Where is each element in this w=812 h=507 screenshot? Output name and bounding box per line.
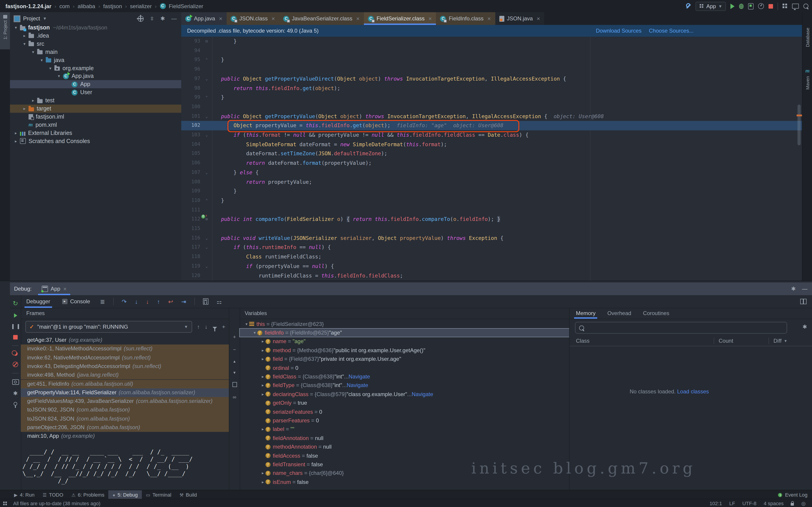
memory-search-input[interactable] <box>575 322 787 334</box>
mute-breakpoints-icon[interactable] <box>13 362 18 367</box>
breadcrumb-item[interactable]: serializer <box>130 3 152 9</box>
chevron-down-icon[interactable]: ▾ <box>22 42 27 46</box>
step-out-icon[interactable]: ↑ <box>157 298 160 305</box>
chevron-right-icon[interactable]: ▸ <box>31 98 35 103</box>
chevron-right-icon[interactable]: ▸ <box>260 374 265 379</box>
soft-wrap-icon[interactable]: ≣ <box>100 298 105 305</box>
tree-item-java[interactable]: ▾java <box>10 56 181 64</box>
debug-session-tab[interactable]: App ✕ <box>38 282 70 295</box>
choose-sources-link[interactable]: Choose Sources... <box>649 27 694 34</box>
frame-row[interactable]: invoke:62, NativeMethodAccessorImpl(sun.… <box>21 353 229 362</box>
breadcrumb-item[interactable]: FieldSerializer <box>169 3 203 9</box>
frame-down-icon[interactable]: ↓ <box>205 324 208 330</box>
toolwindow-button-todo[interactable]: ☰TODO <box>39 490 67 499</box>
search-everywhere-icon[interactable] <box>803 4 808 9</box>
sidebar-item-database[interactable]: Database <box>803 25 812 66</box>
status-indicator-lf[interactable]: LF <box>729 501 735 506</box>
tree-item-target[interactable]: ▸target <box>10 105 181 113</box>
resume-icon[interactable] <box>14 313 17 318</box>
tab-app-java[interactable]: CApp.java✕ <box>181 12 226 25</box>
run-to-cursor-icon[interactable]: ⇥ <box>181 298 186 305</box>
stop-icon[interactable] <box>13 335 18 340</box>
variable-row-methodAnnotation[interactable]: fmethodAnnotation = null <box>239 443 569 451</box>
code-editor[interactable]: 93⊟ }9495⌃ }9697⌄ public Object getPrope… <box>181 37 802 281</box>
chevron-right-icon[interactable]: ▸ <box>22 106 27 111</box>
toolwindow-button-4-run[interactable]: ▶4: Run <box>10 490 39 499</box>
force-step-into-icon[interactable]: ↓ <box>146 298 149 305</box>
tab-fieldinfo-class[interactable]: CFieldInfo.class✕ <box>436 12 495 25</box>
toolwindow-button-terminal[interactable]: ▭Terminal <box>142 490 175 499</box>
chevron-right-icon[interactable]: ▸ <box>14 130 18 135</box>
thread-dump-icon[interactable] <box>12 379 19 385</box>
tab-javabeanserializer-class[interactable]: CJavaBeanSerializer.class✕ <box>279 12 364 25</box>
close-icon[interactable]: ✕ <box>537 16 540 21</box>
move-up-icon[interactable]: ▲ <box>233 359 236 363</box>
remove-watch-icon[interactable]: − <box>233 347 236 352</box>
frame-row[interactable]: toJSON:824, JSON(com.alibaba.fastjson) <box>21 414 229 423</box>
error-stripe-mark[interactable] <box>797 115 802 116</box>
variable-row-fieldAnnotation[interactable]: ffieldAnnotation = null <box>239 434 569 443</box>
tree-item-app-java[interactable]: ▾CApp.java <box>10 72 181 80</box>
close-icon[interactable]: ✕ <box>63 286 67 291</box>
chevron-down-icon[interactable]: ▾ <box>57 74 61 78</box>
status-indicator-utf-8[interactable]: UTF-8 <box>742 501 756 506</box>
toolwindow-button-build[interactable]: ⚒Build <box>175 490 201 499</box>
chevron-down-icon[interactable]: ▾ <box>31 50 35 54</box>
hide-frames-filter-icon[interactable] <box>212 327 217 329</box>
close-icon[interactable]: ✕ <box>428 16 432 21</box>
gear-icon[interactable]: ✱ <box>160 16 165 21</box>
chevron-right-icon[interactable]: ▸ <box>14 139 18 143</box>
drop-frame-icon[interactable]: ↩ <box>168 298 173 305</box>
tree-item-src[interactable]: ▾src <box>10 40 181 48</box>
profiler-button[interactable] <box>758 3 764 9</box>
tree-item-fastjson-iml[interactable]: fastjson.iml <box>10 113 181 121</box>
frame-row[interactable]: get:451, FieldInfo(com.alibaba.fastjson.… <box>21 380 229 388</box>
tab-console[interactable]: ▸ Console <box>60 295 92 308</box>
tab-json-java[interactable]: JSON.java✕ <box>495 12 545 25</box>
debug-settings-gear-icon[interactable]: ✱ <box>13 391 18 396</box>
memory-gear-icon[interactable]: ✱ <box>803 324 807 330</box>
gear-icon[interactable]: ✱ <box>791 286 796 291</box>
tab-json-class[interactable]: CJSON.class✕ <box>226 12 279 25</box>
trace-settings-icon[interactable]: ⚏ <box>217 298 222 305</box>
lock-icon[interactable] <box>791 503 794 506</box>
frame-row[interactable]: getPropertyValue:114, FieldSerializer(co… <box>21 388 229 397</box>
tree-item-fastjson[interactable]: ▾fastjson~/d4m1ts/java/fastjson <box>10 25 181 32</box>
breadcrumb[interactable]: fastjson-1.2.24.jar›com›alibaba›fastjson… <box>5 3 203 9</box>
tool-windows-icon[interactable] <box>782 4 788 9</box>
breadcrumb-item[interactable]: alibaba <box>78 3 95 9</box>
column-class[interactable]: Class <box>570 338 714 344</box>
frame-row[interactable]: toJSON:902, JSON(com.alibaba.fastjson) <box>21 406 229 415</box>
indicator-icon[interactable]: ◎ <box>801 500 806 506</box>
stop-button[interactable] <box>768 4 773 8</box>
step-into-icon[interactable]: ↓ <box>135 298 138 305</box>
variable-row-serialzeFeatures[interactable]: fserialzeFeatures = 0 <box>239 407 569 416</box>
add-icon[interactable]: + <box>222 324 225 330</box>
chevron-right-icon[interactable]: ▸ <box>260 480 265 484</box>
frame-row[interactable]: main:10, App(org.example) <box>21 432 229 441</box>
add-watch-icon[interactable]: + <box>233 334 236 340</box>
load-classes-link[interactable]: Load classes <box>677 388 709 395</box>
chevron-right-icon[interactable]: ▸ <box>260 392 265 397</box>
tree-item-main[interactable]: ▾main <box>10 48 181 56</box>
tree-item-scratches-and-consoles[interactable]: ▸Scratches and Consoles <box>10 137 181 145</box>
tree-item-external-libraries[interactable]: ▸External Libraries <box>10 129 181 137</box>
navigate-link[interactable]: Navigate <box>348 374 370 380</box>
hide-panel-icon[interactable]: — <box>171 15 177 22</box>
toolwindow-button-5-debug[interactable]: ●5: Debug <box>108 490 142 499</box>
tree-item-pom-xml[interactable]: mpom.xml <box>10 121 181 129</box>
tree-item-app[interactable]: CApp <box>10 80 181 89</box>
frame-row[interactable]: parseObject:206, JSON(com.alibaba.fastjs… <box>21 423 229 432</box>
column-count[interactable]: Count <box>714 338 768 344</box>
debug-button[interactable] <box>739 3 744 9</box>
sidebar-item-maven[interactable]: m Maven <box>803 65 812 102</box>
chevron-right-icon[interactable]: ▸ <box>22 34 27 38</box>
run-config-select[interactable]: App ▼ <box>695 2 726 11</box>
chevron-down-icon[interactable]: ▾ <box>48 66 53 70</box>
variable-row-fieldTransient[interactable]: ffieldTransient = false <box>239 460 569 469</box>
navigate-link[interactable]: Navigate <box>412 391 433 397</box>
chevron-right-icon[interactable]: ▸ <box>260 339 265 344</box>
variable-row-name_chars[interactable]: ▸fname_chars = {char[6]@640} <box>239 469 569 478</box>
variable-row-ordinal[interactable]: fordinal = 0 <box>239 363 569 372</box>
tree-item--idea[interactable]: ▸.idea <box>10 32 181 40</box>
